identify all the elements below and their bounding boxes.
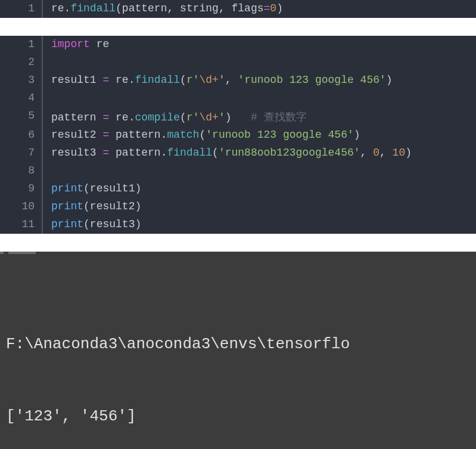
token-print: print	[51, 182, 83, 194]
token-str: 'runoob 123 google 456'	[206, 129, 353, 141]
line-number: 2	[0, 54, 43, 72]
line-number: 6	[0, 126, 43, 144]
token-func: findall	[135, 74, 180, 86]
token-id: pattern	[109, 147, 160, 159]
token-id: result1	[51, 74, 102, 86]
line-number: 5	[0, 107, 43, 126]
code-line: 10 print(result2)	[0, 198, 476, 216]
token-sp	[90, 38, 97, 50]
token-punc: .	[161, 147, 167, 159]
token-punc: .	[161, 129, 167, 141]
token-op: =	[102, 129, 109, 141]
token-punc: ,	[379, 147, 393, 159]
code-line: 5 pattern = re.compile(r'\d+') # 查找数字	[0, 107, 476, 126]
code-content	[43, 89, 51, 107]
code-content	[43, 54, 51, 72]
code-content	[43, 162, 51, 180]
code-line: 6 result2 = pattern.match('runoob 123 go…	[0, 126, 476, 144]
token-op: =	[102, 74, 109, 86]
token-punc: (	[116, 2, 122, 14]
token-num: 10	[393, 147, 406, 159]
code-content: print(result1)	[43, 180, 141, 198]
token-str: '	[219, 112, 225, 123]
token-id: pattern	[51, 112, 102, 123]
code-line: 1 import re	[0, 36, 476, 54]
line-number: 4	[0, 89, 43, 107]
code-content: import re	[43, 36, 109, 54]
code-content: print(result3)	[43, 216, 141, 234]
line-number: 9	[0, 180, 43, 198]
token-punc: (	[83, 200, 90, 212]
gap	[0, 18, 476, 36]
code-line: 11 print(result3)	[0, 216, 476, 234]
code-block-main: 1 import re 2 3 result1 = re.findall(r'\…	[0, 36, 476, 234]
token-kw: import	[51, 38, 90, 50]
token-id: result2	[51, 129, 102, 141]
token-punc: (	[212, 147, 219, 159]
token-id: re	[51, 2, 64, 14]
code-line: 4	[0, 89, 476, 107]
token-punc: .	[129, 74, 135, 86]
token-print: print	[51, 218, 83, 230]
code-content: pattern = re.compile(r'\d+') # 查找数字	[43, 107, 307, 126]
code-line: 8	[0, 162, 476, 180]
code-line: 3 result1 = re.findall(r'\d+', 'runoob 1…	[0, 72, 476, 89]
token-func: findall	[70, 2, 116, 14]
token-str: '	[219, 74, 225, 86]
token-func: findall	[167, 147, 212, 159]
token-punc: )	[405, 147, 412, 159]
token-punc: (	[180, 74, 186, 86]
token-str: '	[193, 112, 200, 123]
terminal-output: F:\Anaconda3\anoconda3\envs\tensorflo ['…	[0, 252, 476, 449]
token-print: print	[51, 200, 83, 212]
line-number: 1	[0, 36, 43, 54]
token-punc: .	[129, 112, 135, 123]
token-punc: )	[135, 218, 141, 230]
line-number: 3	[0, 72, 43, 89]
token-id: flags	[232, 2, 264, 14]
token-num: 0	[270, 2, 276, 14]
token-punc: ,	[225, 74, 238, 86]
token-str: 'runoob 123 google 456'	[238, 74, 385, 86]
token-op: =	[264, 2, 270, 14]
token-esc: \d+	[200, 112, 219, 123]
code-line: 7 result3 = pattern.findall('run88oob123…	[0, 144, 476, 162]
line-number: 1	[0, 0, 43, 18]
token-punc: ,	[360, 147, 374, 159]
code-content: result3 = pattern.findall('run88oob123go…	[43, 144, 412, 162]
token-op: =	[102, 147, 109, 159]
code-content: print(result2)	[43, 198, 141, 216]
token-str: r	[186, 74, 193, 86]
token-func: compile	[135, 112, 180, 123]
line-number: 8	[0, 162, 43, 180]
terminal-line: ['123', '456']	[6, 404, 470, 428]
token-punc: (	[83, 182, 90, 194]
token-punc: (	[180, 112, 186, 123]
terminal-top-bar	[0, 252, 476, 254]
token-id: result3	[51, 147, 102, 159]
token-punc: )	[225, 112, 232, 123]
token-num: 0	[373, 147, 379, 159]
token-punc: )	[354, 129, 360, 141]
code-content: re.findall(pattern, string, flags=0)	[43, 0, 283, 18]
token-id: re	[109, 74, 128, 86]
line-number: 10	[0, 198, 43, 216]
code-content: result1 = re.findall(r'\d+', 'runoob 123…	[43, 72, 393, 89]
token-punc: (	[83, 218, 90, 230]
terminal-line: F:\Anaconda3\anoconda3\envs\tensorflo	[6, 332, 470, 356]
code-line: 9 print(result1)	[0, 180, 476, 198]
token-id: pattern	[122, 2, 167, 14]
token-comment: # 查找数字	[251, 112, 307, 123]
token-id: string	[180, 2, 219, 14]
token-id: result2	[90, 200, 135, 212]
token-punc: (	[199, 129, 206, 141]
token-punc: ,	[167, 2, 180, 14]
token-str: r	[186, 112, 193, 123]
token-esc: \d+	[200, 74, 219, 86]
code-content: result2 = pattern.match('runoob 123 goog…	[43, 126, 360, 144]
token-punc: )	[135, 182, 141, 194]
code-block-signature: 1 re.findall(pattern, string, flags=0)	[0, 0, 476, 18]
token-punc: .	[64, 2, 71, 14]
code-line: 1 re.findall(pattern, string, flags=0)	[0, 0, 476, 18]
line-number: 11	[0, 216, 43, 234]
